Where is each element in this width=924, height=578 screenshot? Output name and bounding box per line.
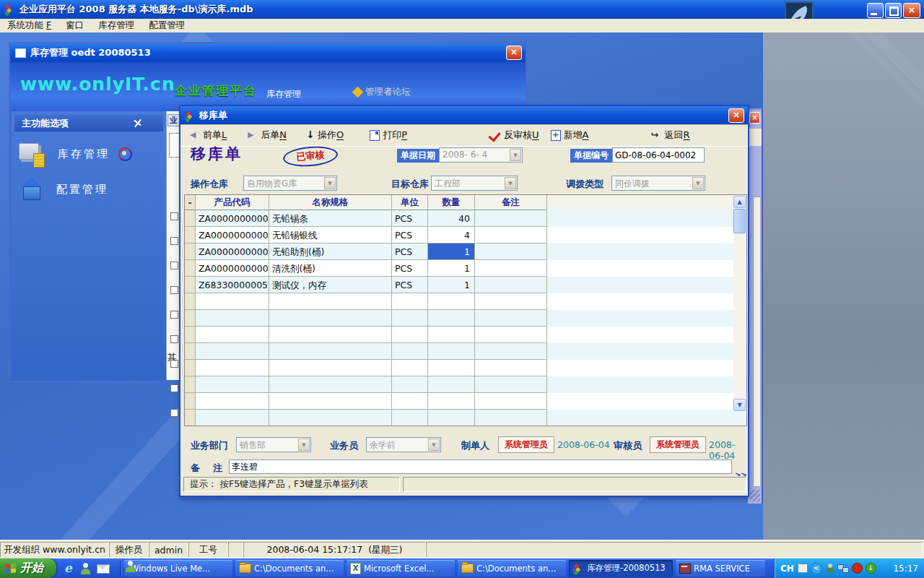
ie-icon[interactable] [62,562,75,575]
table-cell[interactable] [392,327,428,343]
table-cell[interactable] [428,310,475,327]
table-cell[interactable] [392,393,428,410]
close-icon[interactable]: × [728,108,744,123]
taskbar-task-5[interactable]: RMA SERVICE [676,560,765,577]
sidebar-item-0[interactable]: 库存管理 [17,140,132,168]
table-cell[interactable]: 4 [428,227,475,243]
update-icon[interactable] [866,563,876,574]
toolbar-next-doc-button[interactable]: 后单N [247,129,287,142]
resize-grip[interactable] [750,490,760,501]
taskbar-task-1[interactable]: C:\Documents an... [235,560,344,577]
table-cell[interactable] [428,327,475,343]
table-cell[interactable]: 1 [428,243,475,260]
table-cell[interactable]: 1 [428,277,475,293]
chevron-down-icon[interactable]: ▼ [692,177,704,189]
table-cell[interactable] [428,376,475,393]
content-tab[interactable]: 业 [167,114,180,126]
checkbox-icon[interactable] [170,335,178,343]
checkbox-icon[interactable] [170,384,178,392]
table-cell[interactable] [269,343,392,360]
table-cell[interactable] [392,410,428,426]
table-cell[interactable]: 无铅助剂(桶) [269,243,392,260]
table-cell[interactable] [475,327,547,343]
date-combo[interactable]: 2008- 6- 4 ▼ [439,147,523,163]
chevron-down-icon[interactable]: ▼ [324,177,336,189]
inventory-window-titlebar[interactable]: 库存管理 oedt 20080513 × [10,43,526,62]
keyboard-icon[interactable] [798,564,808,573]
table-cell[interactable] [475,243,547,260]
table-cell[interactable] [475,343,547,360]
table-cell[interactable]: 无铅锡银线 [269,227,392,243]
table-cell[interactable] [475,210,547,227]
chevron-down-icon[interactable]: ▼ [428,439,440,451]
dept-combo[interactable]: 销售部 ▼ [236,437,311,452]
table-cell[interactable]: PCS [392,243,428,260]
clock[interactable]: 15:17 [893,564,918,574]
table-cell[interactable]: 1 [428,260,475,277]
messenger-icon[interactable] [79,562,92,575]
dst-warehouse-combo[interactable]: 工程部 ▼ [431,176,518,191]
checkbox-icon[interactable] [170,237,178,245]
table-cell[interactable] [475,393,547,410]
menu-item-0[interactable]: 系统功能 F [0,20,58,32]
sidebar-item-1[interactable]: 配置管理 [17,176,108,202]
table-cell[interactable] [269,410,392,426]
toolbar-prev-doc-button[interactable]: 前单L [189,129,227,142]
table-cell[interactable] [475,260,547,277]
table-cell[interactable]: PCS [392,210,428,227]
hidden-icons-chevron[interactable] [811,563,822,574]
close-icon[interactable]: × [506,46,522,60]
checkbox-icon[interactable] [170,286,178,294]
table-cell[interactable] [196,393,269,410]
table-cell[interactable]: 测试仪，内存 [269,277,392,293]
table-cell[interactable]: PCS [392,277,428,293]
taskbar-task-2[interactable]: Microsoft Excel... [346,560,455,577]
taskbar-task-3[interactable]: C:\Documents an... [458,560,566,577]
chevron-down-icon[interactable]: ▼ [505,177,516,189]
table-cell[interactable] [392,343,428,360]
table-cell[interactable] [428,360,475,376]
table-cell[interactable] [196,293,269,310]
language-indicator[interactable]: CH [780,564,794,574]
menu-item-3[interactable]: 配置管理 [141,20,192,32]
dialog-titlebar[interactable]: 移库单 × [180,106,748,124]
restore-button[interactable] [885,3,902,18]
table-cell[interactable]: ZA00000000006 [196,260,269,277]
table-cell[interactable] [392,293,428,310]
table-cell[interactable]: ZA00000000005 [196,243,269,260]
table-cell[interactable] [196,360,269,376]
table-cell[interactable] [428,393,475,410]
scroll-down-icon[interactable]: ▼ [733,399,746,411]
table-cell[interactable] [269,376,392,393]
chevron-down-icon[interactable]: ▼ [298,439,310,451]
toolbar-unaudit-check-button[interactable]: 反审核U [488,129,539,142]
table-cell[interactable] [269,310,392,327]
table-cell[interactable]: ZA00000000004 [196,227,269,243]
table-cell[interactable] [475,277,547,293]
table-cell[interactable] [392,360,428,376]
table-cell[interactable] [269,293,392,310]
src-warehouse-combo[interactable]: 自用物资G库 ▼ [243,176,337,191]
close-button[interactable]: × [903,3,920,18]
table-cell[interactable] [475,310,547,327]
table-cell[interactable]: PCS [392,227,428,243]
toolbar-operate-button[interactable]: 操作O [304,129,344,142]
table-cell[interactable] [475,376,547,393]
table-cell[interactable] [196,327,269,343]
table-cell[interactable] [269,393,392,410]
close-icon[interactable]: × [749,112,760,124]
ati-icon[interactable] [852,563,863,574]
table-cell[interactable] [428,343,475,360]
scroll-up-icon[interactable]: ▲ [733,196,746,208]
remark-input[interactable] [229,460,732,474]
table-cell[interactable]: PCS [392,260,428,277]
table-cell[interactable] [392,310,428,327]
table-cell[interactable] [428,293,475,310]
menu-item-2[interactable]: 库存管理 [91,20,141,32]
pin-icon[interactable] [131,118,143,129]
table-cell[interactable] [392,376,428,393]
table-cell[interactable] [196,310,269,327]
forum-link[interactable]: 管理者论坛 [354,86,411,98]
menu-item-1[interactable]: 窗口 [58,20,91,32]
table-cell[interactable]: ZA00000000003 [196,210,269,227]
